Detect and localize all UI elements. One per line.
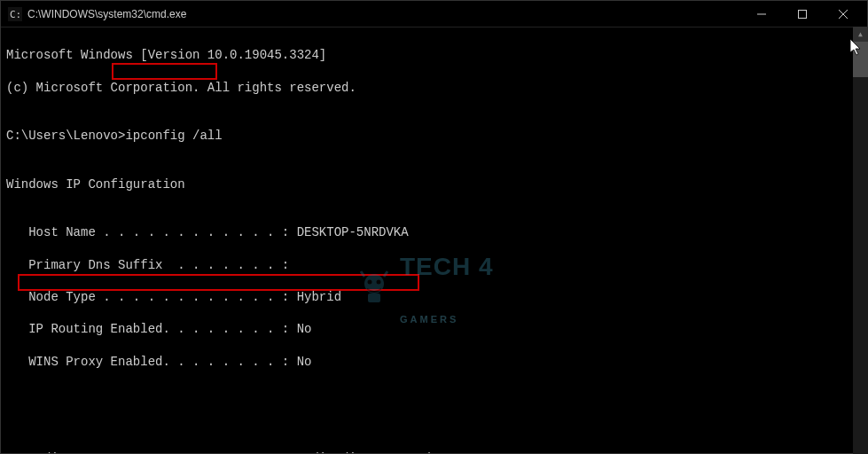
- section-heading: Windows IP Configuration: [6, 176, 862, 192]
- redacted-region: [6, 397, 529, 446]
- output-line: IP Routing Enabled. . . . . . . . : No: [6, 321, 862, 337]
- svg-point-7: [368, 280, 372, 285]
- output-line: Node Type . . . . . . . . . . . . : Hybr…: [6, 289, 862, 305]
- cmd-window: C: C:\WINDOWS\system32\cmd.exe Microsoft…: [0, 0, 868, 454]
- prompt: C:\Users\Lenovo>: [6, 129, 125, 143]
- output-line: Host Name . . . . . . . . . . . . : DESK…: [6, 224, 862, 240]
- window-controls: [741, 1, 864, 27]
- titlebar[interactable]: C: C:\WINDOWS\system32\cmd.exe: [1, 1, 867, 27]
- scrollbar[interactable]: ▲: [853, 27, 868, 454]
- minimize-icon: [757, 10, 766, 19]
- prompt-line: C:\Users\Lenovo>ipconfig /all: [6, 128, 862, 144]
- svg-text:C:: C:: [10, 9, 21, 20]
- scroll-up-arrow[interactable]: ▲: [853, 27, 868, 42]
- output-line: Primary Dns Suffix . . . . . . . :: [6, 257, 862, 273]
- maximize-button[interactable]: [782, 1, 823, 27]
- output-line: (c) Microsoft Corporation. All rights re…: [6, 80, 862, 96]
- window-title: C:\WINDOWS\system32\cmd.exe: [27, 8, 741, 20]
- close-button[interactable]: [823, 1, 864, 27]
- maximize-icon: [798, 10, 807, 19]
- svg-point-8: [377, 280, 381, 285]
- annotation-highlight-command: [112, 63, 217, 80]
- terminal-output[interactable]: Microsoft Windows [Version 10.0.19045.33…: [1, 27, 867, 453]
- close-icon: [839, 10, 848, 19]
- scrollbar-thumb[interactable]: [853, 42, 868, 77]
- output-line: WINS Proxy Enabled. . . . . . . . : No: [6, 354, 862, 370]
- command-text: ipconfig /all: [125, 129, 222, 143]
- output-line: Media State . . . . . . . . . . . : Medi…: [6, 450, 862, 453]
- cmd-icon: C:: [8, 7, 22, 21]
- minimize-button[interactable]: [741, 1, 782, 27]
- svg-rect-3: [799, 11, 807, 19]
- output-line: Microsoft Windows [Version 10.0.19045.33…: [6, 47, 862, 63]
